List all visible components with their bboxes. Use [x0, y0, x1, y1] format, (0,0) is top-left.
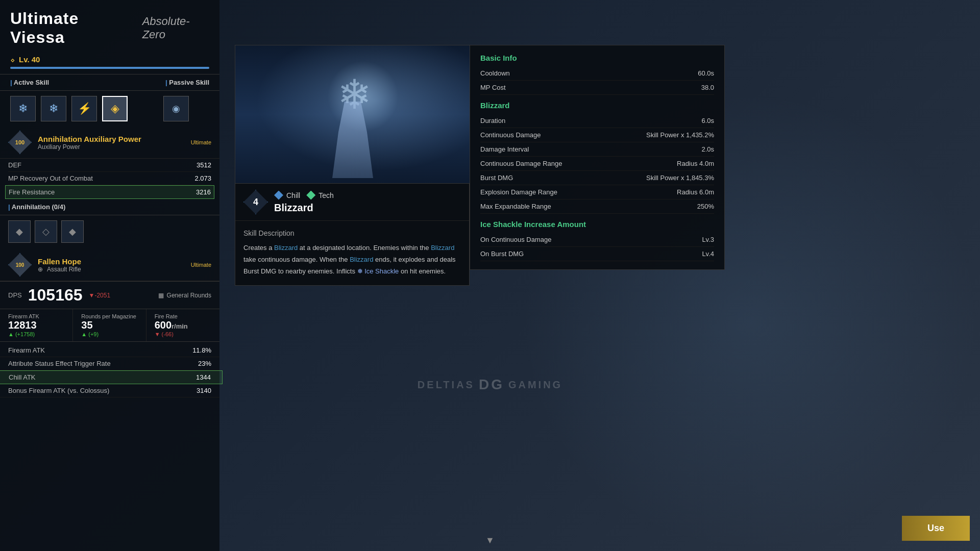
- passive-skill-header: Passive Skill: [122, 79, 209, 86]
- fire-res-label: Fire Resistance: [9, 188, 55, 196]
- stat-burst-dmg: Burst DMG Skill Power x 1,845.3%: [480, 171, 714, 185]
- chill-atk-value: 1344: [196, 373, 211, 381]
- fire-rate-change: ▼ (-66): [155, 331, 211, 337]
- duration-label: Duration: [480, 117, 505, 124]
- equipped-skill-row[interactable]: 100 Annihilation Auxiliary Power Auxilia…: [0, 127, 219, 159]
- stat-chill-atk: Chill ATK 1344: [0, 370, 223, 384]
- skill-headers: Active Skill Passive Skill: [0, 74, 219, 91]
- watermark-brand: DELTIAS: [418, 379, 475, 391]
- stat-firearm-atk-pct: Firearm ATK 11.8%: [0, 344, 219, 357]
- blizzard-section-title: Blizzard: [480, 101, 714, 110]
- def-label: DEF: [8, 161, 21, 169]
- skill-image: ❄: [235, 45, 470, 183]
- max-expand-value: 250%: [697, 203, 714, 210]
- stat-mp-recovery: MP Recovery Out of Combat 2.073: [8, 172, 211, 185]
- skill-badge: Ultimate: [191, 139, 211, 145]
- fire-res-value: 3216: [196, 188, 211, 196]
- cooldown-label: Cooldown: [480, 69, 510, 77]
- firearm-atk-pct-label: Firearm ATK: [8, 346, 45, 354]
- bonus-firearm-label: Bonus Firearm ATK (vs. Colossus): [8, 387, 109, 394]
- skill-tag-chill: Chill: [274, 191, 300, 200]
- fire-rate-label: Fire Rate: [155, 313, 211, 319]
- skill-tag-tech: Tech: [306, 191, 334, 200]
- weapon-sub: ⊕ Assault Rifle: [38, 266, 185, 273]
- stat-bonus-firearm: Bonus Firearm ATK (vs. Colossus) 3140: [0, 384, 219, 397]
- watermark: DELTIAS DG GAMING: [418, 377, 562, 393]
- stat-fire-resistance: Fire Resistance 3216: [5, 185, 214, 199]
- magazine-value: 35: [81, 319, 137, 331]
- stat-on-cont: On Continuous Damage Lv.3: [480, 233, 714, 247]
- stat-dmg-interval: Damage Interval 2.0s: [480, 142, 714, 157]
- mp-recovery-label: MP Recovery Out of Combat: [8, 174, 93, 182]
- skill-diamond-badge: 100: [8, 131, 32, 154]
- weapon-row[interactable]: 100 Fallen Hope ⊕ Assault Rifle Ultimate: [0, 249, 219, 281]
- firearm-atk-change: ▲ (+1758): [8, 331, 64, 337]
- stats-info-panel: Basic Info Cooldown 60.0s MP Cost 38.0 B…: [470, 45, 725, 270]
- dmg-interval-value: 2.0s: [701, 145, 714, 153]
- ammo-icon: ▦: [158, 292, 164, 299]
- ammo-label: General Rounds: [167, 292, 211, 299]
- skill-info-bar: 4 Chill Tech Blizzard: [235, 183, 469, 220]
- fire-rate-value: 600r/min: [155, 319, 211, 331]
- skill-tag-info: Chill Tech Blizzard: [274, 191, 334, 214]
- firearm-cell-magazine: Rounds per Magazine 35 ▲ (+9): [73, 309, 146, 341]
- exp-range-label: Explosion Damage Range: [480, 188, 557, 196]
- level-bar-fill: [10, 67, 209, 69]
- skill-level-diamond: 4: [243, 190, 268, 214]
- ann-icon-1[interactable]: ◆: [8, 220, 31, 243]
- skill-name: Annihilation Auxiliary Power: [38, 135, 185, 143]
- duration-value: 6.0s: [701, 117, 714, 124]
- skill-icon-3[interactable]: ⚡: [71, 96, 97, 121]
- cont-dmg-label: Continuous Damage: [480, 131, 541, 139]
- weapon-level: 100: [16, 262, 24, 268]
- stat-continuous-dmg: Continuous Damage Skill Power x 1,435.2%: [480, 128, 714, 142]
- weapon-badge: Ultimate: [191, 262, 211, 268]
- ann-icon-3[interactable]: ◆: [61, 220, 84, 243]
- watermark-logo: DG: [479, 377, 504, 393]
- stat-mp-cost: MP Cost 38.0: [480, 81, 714, 95]
- annihilation-header: Annihilation (0/4): [0, 199, 219, 215]
- ann-icon-2[interactable]: ◇: [35, 220, 57, 243]
- skill-description-area: Skill Description Creates a Blizzard at …: [235, 220, 469, 285]
- dmg-interval-label: Damage Interval: [480, 145, 529, 153]
- skill-icon-2[interactable]: ❄: [41, 96, 66, 121]
- blizzard-ref-1: Blizzard: [274, 244, 298, 252]
- status-trigger-value: 23%: [198, 360, 211, 367]
- active-skill-header: Active Skill: [10, 79, 122, 86]
- header: Ultimate Viessa Absolute-Zero: [0, 0, 219, 52]
- skill-info: Annihilation Auxiliary Power Auxiliary P…: [38, 135, 185, 151]
- max-expand-label: Max Expandable Range: [480, 203, 551, 210]
- stats-section: DEF 3512 MP Recovery Out of Combat 2.073…: [0, 159, 219, 199]
- bottom-stats: Firearm ATK 11.8% Attribute Status Effec…: [0, 342, 219, 399]
- watermark-suffix: GAMING: [508, 379, 562, 391]
- blizzard-ref-3: Blizzard: [350, 256, 373, 263]
- bonus-firearm-value: 3140: [197, 387, 211, 394]
- firearm-cell-atk: Firearm ATK 12813 ▲ (+1758): [0, 309, 73, 341]
- skill-detail-panel: ❄ 4 Chill Tech Blizza: [235, 45, 470, 286]
- skill-tags: Chill Tech: [274, 191, 334, 200]
- skill-icon-5[interactable]: ◉: [163, 96, 189, 121]
- skill-sub: Auxiliary Power: [38, 143, 185, 151]
- skill-level-num: 100: [15, 139, 24, 145]
- firearm-cell-rate: Fire Rate 600r/min ▼ (-66): [146, 309, 219, 341]
- mp-recovery-value: 2.073: [194, 174, 211, 182]
- left-panel: Ultimate Viessa Absolute-Zero Lv. 40 Act…: [0, 0, 219, 551]
- use-button[interactable]: Use: [902, 516, 970, 541]
- weapon-type: Assault Rifle: [47, 266, 81, 273]
- status-trigger-label: Attribute Status Effect Trigger Rate: [8, 360, 111, 367]
- stat-def: DEF 3512: [8, 159, 211, 172]
- dps-row: DPS 105165 ▼ -2051 ▦ General Rounds: [0, 281, 219, 309]
- skill-icon-4[interactable]: ◈: [102, 96, 128, 121]
- skill-sub-type: Auxiliary Power: [38, 143, 80, 151]
- exp-range-value: Radius 6.0m: [677, 188, 714, 196]
- stat-cont-dmg-range: Continuous Damage Range Radius 4.0m: [480, 157, 714, 171]
- on-burst-value: Lv.4: [702, 250, 714, 258]
- stat-cooldown: Cooldown 60.0s: [480, 66, 714, 81]
- skill-icon-1[interactable]: ❄: [10, 96, 36, 121]
- tech-tag-icon: [306, 191, 315, 200]
- cont-dmg-range-value: Radius 4.0m: [677, 160, 714, 167]
- burst-dmg-value: Skill Power x 1,845.3%: [646, 174, 714, 182]
- dps-value: 105165: [28, 286, 83, 305]
- stat-on-burst: On Burst DMG Lv.4: [480, 247, 714, 261]
- cooldown-value: 60.0s: [698, 69, 714, 77]
